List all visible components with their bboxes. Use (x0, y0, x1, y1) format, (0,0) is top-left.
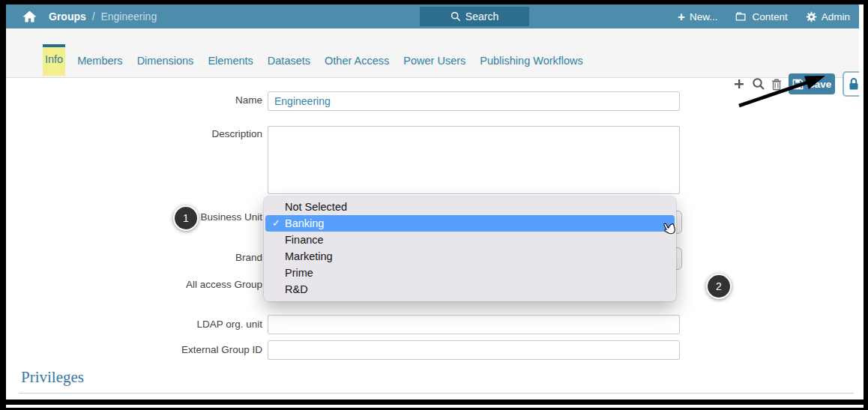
business-unit-dropdown: Not Selected✓BankingFinanceMarketingPrim… (264, 196, 676, 301)
dropdown-option-label: Prime (285, 267, 313, 279)
application-window: Groups / Engineering Search + New... Con… (6, 4, 859, 400)
name-label: Name (15, 94, 262, 106)
new-menu-button[interactable]: + New... (678, 10, 717, 23)
callout-1-number: 1 (183, 212, 189, 224)
home-icon (22, 10, 37, 23)
privileges-divider (19, 374, 854, 394)
checkmark-icon: ✓ (272, 215, 280, 232)
annotation-arrow (737, 70, 828, 109)
screenshot-right-margin (859, 4, 864, 400)
breadcrumb-current: Engineering (100, 10, 157, 22)
all-access-group-label: All access Group (15, 279, 262, 290)
admin-menu-button[interactable]: Admin (806, 11, 850, 22)
dropdown-option-label: Not Selected (285, 201, 347, 213)
search-button[interactable]: Search (420, 7, 529, 26)
lock-icon (848, 77, 859, 91)
breadcrumb-separator: / (92, 10, 95, 22)
topbar-actions: + New... Content (678, 4, 850, 28)
new-menu-label: New... (690, 11, 718, 22)
dropdown-option-label: Banking (285, 217, 324, 229)
top-navigation-bar: Groups / Engineering Search + New... Con… (6, 4, 859, 28)
search-label: Search (465, 10, 498, 22)
tab-bar: InfoMembersDimensionsElementsDatasetsOth… (6, 28, 859, 78)
breadcrumb-section[interactable]: Groups (49, 10, 86, 22)
description-label: Description (15, 128, 262, 139)
dropdown-option-finance[interactable]: Finance (265, 232, 675, 248)
content-menu-button[interactable]: Content (735, 11, 787, 22)
folder-icon (735, 11, 747, 22)
description-textarea[interactable] (268, 126, 680, 194)
plus-icon: + (678, 10, 685, 23)
ldap-org-unit-label: LDAP org. unit (15, 319, 262, 330)
dropdown-option-label: Marketing (285, 250, 333, 262)
dropdown-option-not-selected[interactable]: Not Selected (265, 199, 675, 215)
external-group-id-input[interactable] (268, 340, 680, 360)
content-menu-label: Content (752, 11, 787, 22)
screenshot-bottom-margin (6, 405, 864, 408)
dropdown-option-label: R&D (285, 283, 308, 295)
name-input[interactable] (268, 91, 680, 111)
dropdown-option-r-d[interactable]: R&D (265, 281, 675, 298)
dropdown-option-banking[interactable]: ✓Banking (265, 215, 675, 232)
home-button[interactable] (22, 10, 37, 23)
business-unit-label: Business Unit (15, 211, 262, 223)
privileges-section-title: Privileges (21, 368, 84, 387)
annotation-callout-1: 1 (173, 205, 199, 231)
external-group-id-label: External Group ID (15, 344, 262, 355)
gear-icon (806, 11, 817, 22)
tab-toolbar: Save (6, 28, 859, 77)
dropdown-option-marketing[interactable]: Marketing (265, 248, 675, 265)
annotation-callout-2: 2 (706, 274, 732, 299)
search-icon (450, 11, 461, 22)
brand-label: Brand (15, 252, 262, 263)
callout-2-number: 2 (716, 280, 722, 292)
dropdown-option-label: Finance (285, 234, 324, 246)
dropdown-option-prime[interactable]: Prime (265, 265, 675, 281)
ldap-org-unit-input[interactable] (268, 315, 680, 334)
admin-menu-label: Admin (822, 11, 850, 22)
lock-button[interactable] (843, 71, 859, 97)
breadcrumb: Groups / Engineering (49, 10, 157, 22)
